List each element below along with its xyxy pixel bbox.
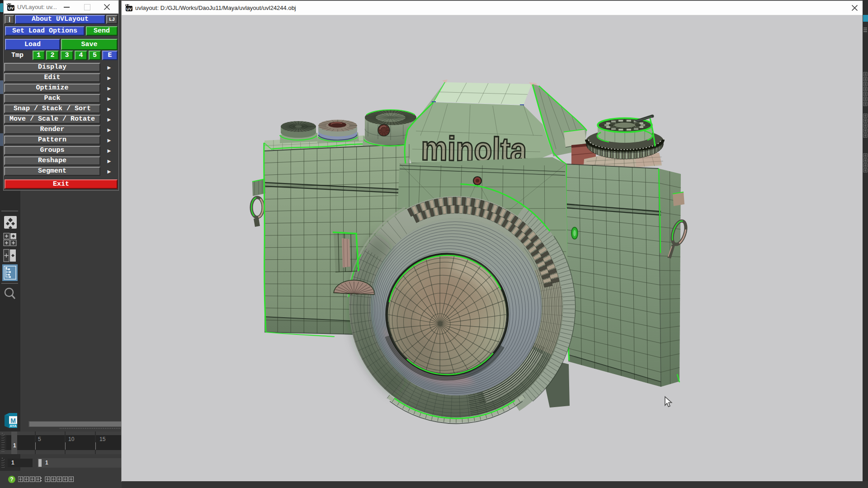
svg-text:UV: UV — [127, 7, 132, 11]
svg-text:UV: UV — [8, 6, 14, 10]
svg-text:M: M — [10, 417, 16, 424]
svg-text:AYA: AYA — [9, 424, 17, 428]
